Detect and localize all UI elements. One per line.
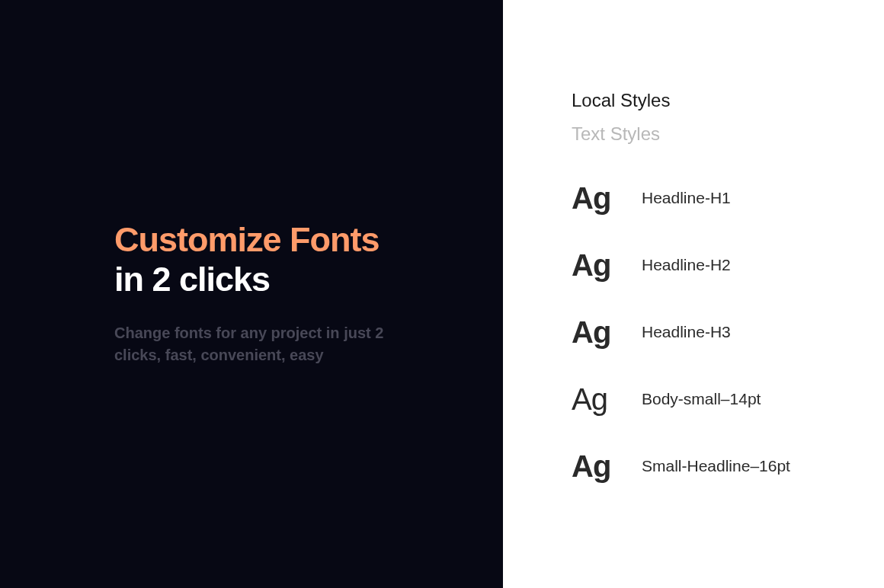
text-style-item[interactable]: Ag Small-Headline–16pt [572,451,854,481]
section-title-local-styles: Local Styles [572,90,854,111]
style-label: Headline-H2 [642,256,731,274]
text-style-item[interactable]: Ag Headline-H2 [572,250,854,280]
style-label: Headline-H1 [642,189,731,207]
hero-panel: Customize Fonts in 2 clicks Change fonts… [0,0,503,588]
style-label: Headline-H3 [642,323,731,341]
style-preview-glyph: Ag [572,183,617,213]
text-style-item[interactable]: Ag Headline-H1 [572,183,854,213]
hero-subtitle: Change fonts for any project in just 2 c… [114,322,404,366]
text-style-item[interactable]: Ag Headline-H3 [572,317,854,347]
text-styles-list: Ag Headline-H1 Ag Headline-H2 Ag Headlin… [572,183,854,481]
hero-title-line1: Customize Fonts [114,222,472,257]
style-label: Body-small–14pt [642,390,761,408]
style-preview-glyph: Ag [572,451,617,481]
section-subtitle-text-styles: Text Styles [572,123,854,145]
style-preview-glyph: Ag [572,317,617,347]
text-style-item[interactable]: Ag Body-small–14pt [572,384,854,414]
styles-panel: Local Styles Text Styles Ag Headline-H1 … [503,0,884,588]
hero-title-line2: in 2 clicks [114,260,472,299]
style-label: Small-Headline–16pt [642,457,790,475]
style-preview-glyph: Ag [572,250,617,280]
style-preview-glyph: Ag [572,384,617,414]
